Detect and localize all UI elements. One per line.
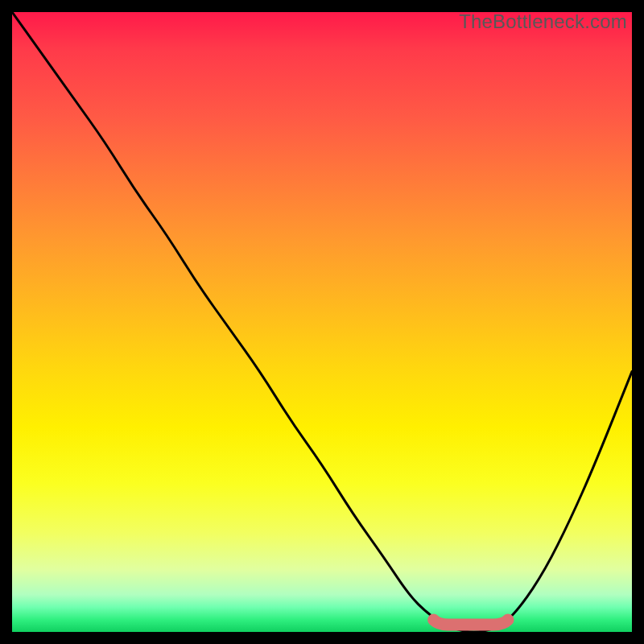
optimal-range-marker bbox=[434, 620, 508, 625]
chart-frame: TheBottleneck.com bbox=[0, 0, 644, 644]
bottleneck-curve bbox=[12, 12, 632, 632]
curve-svg bbox=[12, 12, 632, 632]
plot-area: TheBottleneck.com bbox=[12, 12, 632, 632]
